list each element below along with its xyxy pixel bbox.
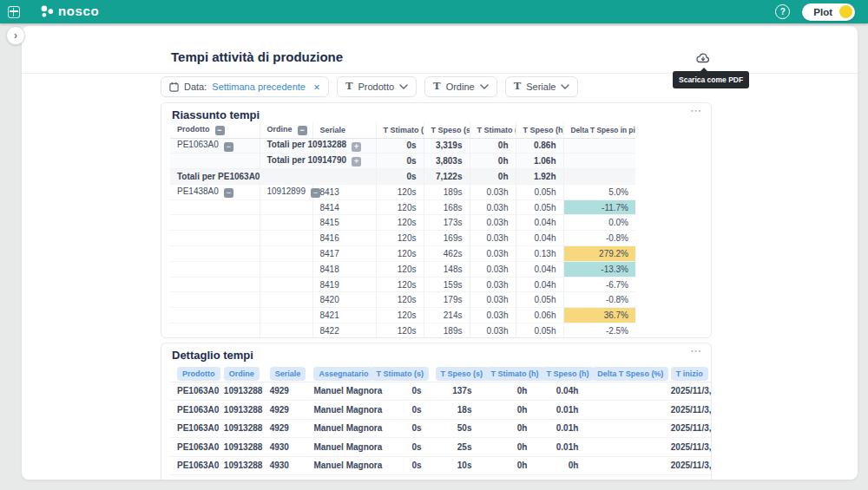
calendar-icon xyxy=(169,82,179,92)
summary-cell: 0.05h xyxy=(516,199,563,215)
summary-cell xyxy=(260,277,312,292)
detail-cell: Manuel Magnora xyxy=(306,419,364,438)
detail-column-header: T Stimato (s) xyxy=(364,364,428,382)
product-filter-chip[interactable]: T Prodotto xyxy=(337,76,417,97)
cell-text: 5.0% xyxy=(608,187,628,197)
clear-filter-icon[interactable]: ✕ xyxy=(313,82,320,92)
detail-column-header: Delta T Speso (%) xyxy=(585,364,666,382)
detail-column-pill[interactable]: Assegnatario xyxy=(313,367,373,381)
expand-group-icon[interactable]: + xyxy=(352,142,361,152)
summary-row: 8418120s148s0.03h0.04h-13.3% xyxy=(170,261,635,277)
detail-cell: 0.02h xyxy=(534,475,585,480)
summary-cell: 0s xyxy=(376,154,424,169)
serial-filter-chip[interactable]: T Seriale xyxy=(505,76,579,97)
summary-cell xyxy=(260,308,312,323)
summary-cell: 120s xyxy=(376,277,424,292)
summary-cell: 0.03h xyxy=(470,323,516,338)
help-icon[interactable]: ? xyxy=(775,4,790,19)
summary-column-label: T Stimato (s) xyxy=(384,126,424,134)
detail-column-pill[interactable]: Ordine xyxy=(224,367,260,381)
date-filter-chip[interactable]: Data: Settimana precedente ✕ xyxy=(161,76,329,97)
summary-cell: -6.7% xyxy=(563,277,635,292)
chevron-down-icon xyxy=(480,84,489,89)
sidebar-expand-button[interactable]: › xyxy=(6,26,25,45)
detail-column-pill[interactable]: T Speso (s) xyxy=(436,367,489,381)
detail-cell: 10913288 xyxy=(217,456,263,475)
cell-text: 0.03h xyxy=(486,280,508,290)
detail-column-pill[interactable]: T Stimato (h) xyxy=(485,367,543,381)
detail-column-pill[interactable]: T inizio xyxy=(671,367,708,381)
summary-cell xyxy=(170,154,260,169)
summary-column-label: T Stimato (h) xyxy=(477,126,516,134)
detail-column-pill[interactable]: Prodotto xyxy=(177,367,220,381)
summary-more-icon[interactable]: ⋯ xyxy=(690,104,702,117)
summary-cell: -0.8% xyxy=(563,292,635,308)
cell-text: 8414 xyxy=(320,203,339,212)
summary-cell: 120s xyxy=(376,199,424,215)
product-filter-label: Prodotto xyxy=(358,82,394,92)
detail-cell: 25s xyxy=(429,438,479,457)
summary-cell: 0.05h xyxy=(516,184,563,199)
detail-row: PE1063A0109132884929Manuel Magnora0s50s0… xyxy=(170,419,712,438)
summary-row: 8416120s169s0.03h0.04h-0.8% xyxy=(170,231,635,246)
summary-cell xyxy=(170,199,260,215)
summary-cell: 159s xyxy=(424,277,470,292)
order-filter-chip[interactable]: T Ordine xyxy=(424,76,497,97)
apps-menu-icon[interactable] xyxy=(8,6,20,18)
text-filter-icon: T xyxy=(433,82,441,92)
cell-text: 0.05h xyxy=(534,326,556,336)
detail-column-pill[interactable]: Delta T Speso (%) xyxy=(592,367,668,381)
detail-column-pill[interactable]: T Speso (h) xyxy=(541,367,594,381)
cell-text: -0.8% xyxy=(606,295,628,304)
summary-column-header: T Speso (s) xyxy=(424,122,470,138)
cell-text: 0.04h xyxy=(534,233,556,243)
summary-cell xyxy=(170,323,260,338)
detail-cell: 10913288 xyxy=(217,419,263,438)
summary-cell: 8414 xyxy=(312,199,376,215)
cell-text: 173s xyxy=(444,218,463,227)
collapse-group-icon[interactable]: − xyxy=(298,126,307,135)
logo[interactable]: nosco xyxy=(40,4,99,19)
summary-cell: 120s xyxy=(376,261,424,277)
detail-column-pill[interactable]: Seriale xyxy=(270,367,306,381)
detail-more-icon[interactable]: ⋯ xyxy=(690,344,702,357)
cell-text: 8420 xyxy=(320,295,339,304)
detail-cell: 85s xyxy=(429,475,479,480)
cloud-download-icon xyxy=(695,50,713,66)
summary-section-title: Riassunto tempi xyxy=(172,108,260,121)
detail-cell xyxy=(585,401,666,420)
cell-text: 120s xyxy=(398,187,417,197)
detail-cell: Manuel Magnora xyxy=(306,456,364,475)
summary-row: 8417120s462s0.03h0.13h279.2% xyxy=(170,246,635,262)
summary-cell: 120s xyxy=(376,215,424,231)
detail-cell: 4929 xyxy=(263,382,307,401)
cell-text: 8416 xyxy=(320,233,339,243)
summary-column-label: Delta T Speso in più (%) xyxy=(571,126,636,134)
summary-cell: -0.8% xyxy=(563,231,635,246)
expand-group-icon[interactable]: + xyxy=(352,157,361,167)
cell-text: 8421 xyxy=(320,310,339,320)
summary-column-label: T Speso (s) xyxy=(431,126,470,134)
detail-cell xyxy=(585,475,666,480)
collapse-group-icon[interactable]: − xyxy=(311,188,320,198)
download-pdf-button[interactable] xyxy=(695,50,713,68)
collapse-group-icon[interactable]: − xyxy=(215,126,225,135)
collapse-group-icon[interactable]: − xyxy=(224,188,233,198)
detail-cell: 0h xyxy=(478,419,534,438)
cell-text: 8419 xyxy=(320,280,339,290)
summary-cell xyxy=(170,261,260,277)
cell-text: PE1063A0 xyxy=(177,140,219,149)
cell-text: 189s xyxy=(444,326,463,336)
summary-cell xyxy=(170,215,260,231)
detail-cell: 10913288 xyxy=(217,475,263,480)
cell-text: 0.03h xyxy=(486,265,508,274)
collapse-group-icon[interactable]: − xyxy=(224,142,233,152)
summary-cell: 120s xyxy=(376,184,424,199)
plot-button[interactable]: Plot xyxy=(802,3,855,21)
detail-cell: 0h xyxy=(478,438,534,457)
summary-cell: 120s xyxy=(376,292,424,308)
detail-column-pill[interactable]: T Stimato (s) xyxy=(371,367,429,381)
detail-row: PE1063A0109132884930Manuel Magnora0s25s0… xyxy=(170,438,712,457)
cell-text: 0.03h xyxy=(486,203,508,212)
summary-cell: 5.0% xyxy=(563,184,635,199)
